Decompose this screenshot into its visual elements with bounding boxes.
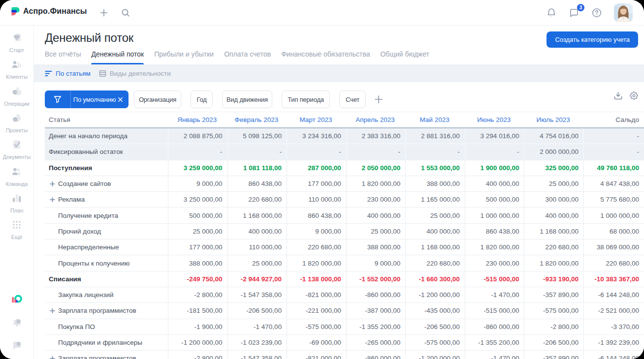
- cell-value: 1 553 000,00: [405, 160, 465, 176]
- table-row[interactable]: Проценты к получению388 000,0025 000,001…: [45, 255, 644, 271]
- filter-funnel-icon[interactable]: [45, 95, 70, 103]
- subtab-by-articles[interactable]: По статьям: [45, 70, 91, 77]
- cell-value: 400 000,00: [346, 208, 406, 223]
- table-row[interactable]: Фиксированный остаток------2 000 000,00-: [45, 144, 644, 160]
- table-row[interactable]: Получение кредита500 000,001 168 000,008…: [45, 208, 644, 223]
- table-row[interactable]: Нераспределенные177 000,00110 000,00220 …: [45, 239, 644, 255]
- column-month[interactable]: Июль 2023: [524, 112, 583, 127]
- table-row[interactable]: Создание сайтов9 000,00860 438,00177 000…: [45, 176, 644, 192]
- cell-value: -1 200 000,00: [405, 351, 465, 359]
- messages-button[interactable]: 3: [569, 7, 580, 18]
- sidebar-item-label: Команда: [6, 181, 28, 187]
- column-month[interactable]: Май 2023: [405, 112, 465, 127]
- cell-saldo: -2 521 000,00: [583, 303, 644, 318]
- table-row[interactable]: Зарплата программистов-181 500,00-206 50…: [45, 303, 644, 319]
- cell-value: 388 000,00: [168, 255, 227, 270]
- filter-chip-3[interactable]: Вид движения: [222, 90, 272, 108]
- cell-value: -860 000,00: [346, 287, 406, 302]
- sidebar-item-clients[interactable]: Клиенты: [0, 59, 33, 80]
- subtab-activity-types[interactable]: Виды деятельности: [99, 70, 171, 77]
- tab-6[interactable]: Общий бюджет: [380, 50, 429, 64]
- clear-filter-icon[interactable]: [117, 96, 129, 103]
- sidebar-item-operations[interactable]: Операции: [0, 86, 33, 107]
- cell-value: 1 000 000,00: [465, 208, 524, 223]
- cell-value: -1 355 200,00: [346, 319, 406, 334]
- table-body: Денег на начало периода2 088 875,005 098…: [45, 128, 644, 359]
- column-month[interactable]: Июнь 2023: [465, 112, 524, 127]
- filter-chip-2[interactable]: Год: [191, 90, 213, 108]
- cell-value: -2 800,00: [168, 351, 227, 359]
- filter-chip-1[interactable]: Организация: [134, 90, 181, 108]
- cell-saldo: -: [583, 128, 644, 144]
- top-bar: Аспро.Финансы 3: [0, 0, 644, 26]
- expand-icon[interactable]: [50, 356, 55, 359]
- cell-value: 3 250 000,00: [168, 192, 227, 207]
- table-settings-icon[interactable]: [630, 91, 638, 100]
- cell-value: -435 000,00: [405, 303, 465, 318]
- column-month[interactable]: Апрель 2023: [346, 112, 406, 127]
- row-label: Денег на начало периода: [45, 132, 168, 140]
- avatar[interactable]: [614, 3, 633, 22]
- sidebar-item-label: Документы: [3, 154, 31, 160]
- filter-chip-4[interactable]: Тип периода: [282, 90, 330, 108]
- sidebar-item-plan[interactable]: План: [0, 193, 33, 213]
- cell-value: 2 881 316,00: [405, 128, 465, 144]
- brand[interactable]: Аспро.Финансы: [11, 6, 87, 16]
- settings-icon[interactable]: [12, 318, 22, 329]
- cell-value: -1 355 200,00: [465, 335, 524, 350]
- table-row[interactable]: Подрядчики и фрилансеры-1 200 000,00-1 0…: [45, 335, 644, 351]
- column-month[interactable]: Февраль 2023: [227, 112, 287, 127]
- tab-3[interactable]: Прибыли и убытки: [154, 50, 214, 64]
- sidebar-item-projects[interactable]: Проекты: [0, 113, 33, 133]
- notifications-icon[interactable]: [546, 7, 557, 18]
- expand-icon[interactable]: [50, 197, 55, 202]
- messages-badge: 3: [577, 4, 584, 11]
- column-month[interactable]: Март 2023: [287, 112, 346, 127]
- table-row[interactable]: Зарплата программистов-2 800,00-1 547 35…: [45, 351, 644, 359]
- search-icon[interactable]: [121, 8, 130, 17]
- cell-value: -2 800,00: [524, 319, 583, 334]
- filter-chip-5[interactable]: Счет: [339, 90, 366, 108]
- cell-value: 1 820 000,00: [287, 255, 346, 270]
- column-month[interactable]: Январь 2023: [168, 112, 227, 127]
- expand-icon[interactable]: [50, 181, 55, 186]
- active-filter-pill[interactable]: По умолчанию: [45, 90, 129, 108]
- row-label: Создание сайтов: [45, 180, 168, 187]
- sidebar-item-start[interactable]: Старт: [0, 32, 33, 53]
- table-row[interactable]: Списания-249 750,00-2 944 927,00-1 138 0…: [45, 271, 644, 287]
- table-row[interactable]: Прочий доход25 000,00400 000,009 000,002…: [45, 224, 644, 239]
- add-icon[interactable]: [99, 8, 108, 17]
- brand-name: Аспро.Финансы: [23, 7, 87, 16]
- table-row[interactable]: Покупка ПО-1 900,00-1 470,00-575 000,00-…: [45, 319, 644, 335]
- cell-value: 220 680,00: [405, 255, 465, 270]
- download-icon[interactable]: [614, 91, 622, 100]
- sidebar-item-documents[interactable]: Документы: [0, 139, 33, 160]
- more-icon: [11, 219, 22, 232]
- topbar-actions: 3: [546, 0, 633, 26]
- support-chat-icon[interactable]: [12, 341, 22, 351]
- table-row[interactable]: Реклама3 250 000,00220 680,00110 000,002…: [45, 192, 644, 208]
- page-title: Денежный поток: [45, 31, 133, 45]
- tab-4[interactable]: Оплата счетов: [224, 50, 271, 64]
- cell-value: 1 168 000,00: [227, 208, 287, 223]
- cell-value: 220 680,00: [287, 239, 346, 255]
- table-row[interactable]: Закупка лицензий-2 800,00-1 547 358,00-8…: [45, 287, 644, 303]
- expand-icon[interactable]: [50, 308, 55, 313]
- main: Денежный поток Создать категорию учета В…: [34, 26, 644, 359]
- add-filter-icon[interactable]: [374, 94, 384, 104]
- cell-value: 3 259 000,00: [168, 160, 227, 176]
- filter-chips: ОрганизацияГодВид движенияТип периодаСче…: [129, 90, 366, 108]
- create-category-button[interactable]: Создать категорию учета: [547, 31, 638, 48]
- help-icon[interactable]: [591, 7, 602, 18]
- cell-value: -1 470,00: [227, 319, 287, 334]
- sidebar-item-label: Проекты: [6, 127, 28, 133]
- sidebar-item-more[interactable]: Ещё: [0, 219, 33, 240]
- table-row[interactable]: Поступления3 259 000,001 081 118,00287 0…: [45, 160, 644, 176]
- cell-value: 300 000,00: [524, 192, 583, 207]
- sidebar-item-team[interactable]: Команда: [0, 166, 33, 187]
- tab-5[interactable]: Финансовые обязательства: [281, 50, 370, 64]
- table-row[interactable]: Денег на начало периода2 088 875,005 098…: [45, 128, 644, 144]
- tab-1[interactable]: Все отчёты: [45, 50, 81, 64]
- aspro-brand-icon[interactable]: [12, 295, 22, 305]
- tab-2[interactable]: Денежный поток: [91, 50, 144, 64]
